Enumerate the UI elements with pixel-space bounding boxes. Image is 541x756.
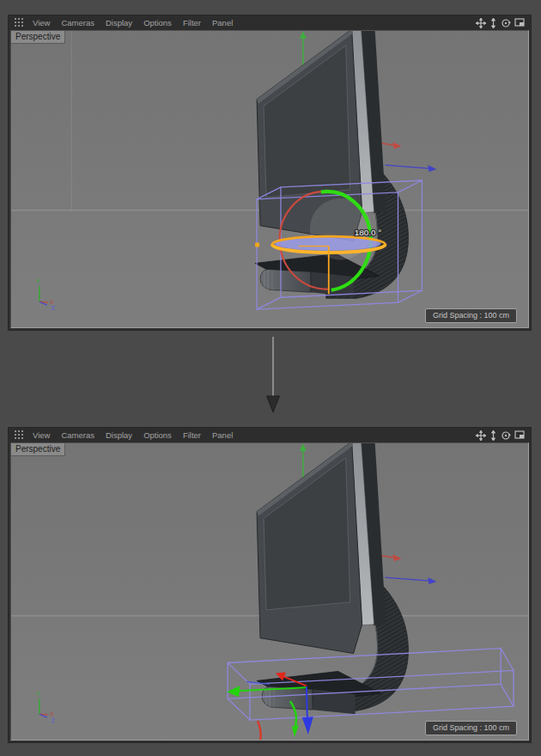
pan-icon[interactable]	[476, 430, 486, 441]
gizmo-handle-dot[interactable]	[255, 243, 259, 247]
axis-y-label: Y	[36, 691, 40, 697]
menu-item-options[interactable]: Options	[143, 18, 172, 27]
menu-item-options[interactable]: Options	[143, 430, 172, 440]
view-mode-label: Perspective	[11, 31, 65, 44]
arrowhead-down-icon	[267, 396, 280, 412]
viewport-menubar: View Cameras Display Options Filter Pane…	[9, 428, 531, 442]
vertical-grid-line	[71, 31, 72, 210]
viewport-canvas[interactable]: Y X Z Perspective Grid Spacing : 100 cm	[10, 442, 529, 741]
dolly-icon[interactable]	[489, 18, 497, 28]
menu-item-view[interactable]: View	[33, 18, 50, 27]
toggle-panel-icon[interactable]	[514, 430, 525, 440]
menu-item-view[interactable]: View	[33, 430, 50, 440]
axis-y-label: Y	[36, 278, 40, 284]
screenshot-rotate-step: View Cameras Display Options Filter Pane…	[9, 15, 531, 330]
menu-item-cameras[interactable]: Cameras	[61, 430, 94, 440]
menu-item-filter[interactable]: Filter	[183, 430, 201, 440]
scene-result: Y X Z	[11, 443, 528, 740]
viewport-menubar: View Cameras Display Options Filter Pane…	[9, 15, 531, 30]
grid-handle-icon[interactable]	[15, 430, 24, 440]
scene-rotate: 180.0 ° Y X Z	[11, 31, 528, 327]
viewport-canvas[interactable]: 180.0 ° Y X Z Perspective Grid Spacing :…	[10, 30, 529, 328]
toggle-panel-icon[interactable]	[514, 18, 525, 27]
menu-item-display[interactable]: Display	[106, 430, 132, 440]
pan-icon[interactable]	[476, 18, 486, 28]
move-arrow-blue[interactable]	[307, 686, 307, 718]
grid-handle-icon[interactable]	[15, 18, 24, 27]
grid-spacing-badge: Grid Spacing : 100 cm	[425, 308, 517, 323]
axis-x-label: X	[50, 299, 54, 305]
rotation-angle-readout: 180.0 °	[355, 228, 382, 237]
rotate-view-icon[interactable]	[501, 18, 511, 28]
menu-item-panel[interactable]: Panel	[212, 430, 233, 440]
menu-item-cameras[interactable]: Cameras	[61, 18, 94, 27]
step-flow-arrow	[264, 335, 283, 414]
rotate-view-icon[interactable]	[501, 430, 511, 441]
menu-item-display[interactable]: Display	[106, 18, 132, 27]
view-mode-label: Perspective	[11, 443, 65, 456]
menu-item-filter[interactable]: Filter	[183, 18, 201, 27]
axis-z-label: Z	[52, 305, 56, 311]
axis-x-label: X	[50, 711, 54, 717]
tutorial-page: { "window": { "menu_items": ["View", "Ca…	[0, 0, 541, 756]
axis-z-label: Z	[52, 717, 56, 723]
grid-spacing-badge: Grid Spacing : 100 cm	[425, 721, 517, 735]
dolly-icon[interactable]	[489, 430, 497, 441]
screenshot-result-step: View Cameras Display Options Filter Pane…	[9, 428, 531, 742]
menu-item-panel[interactable]: Panel	[212, 18, 233, 27]
